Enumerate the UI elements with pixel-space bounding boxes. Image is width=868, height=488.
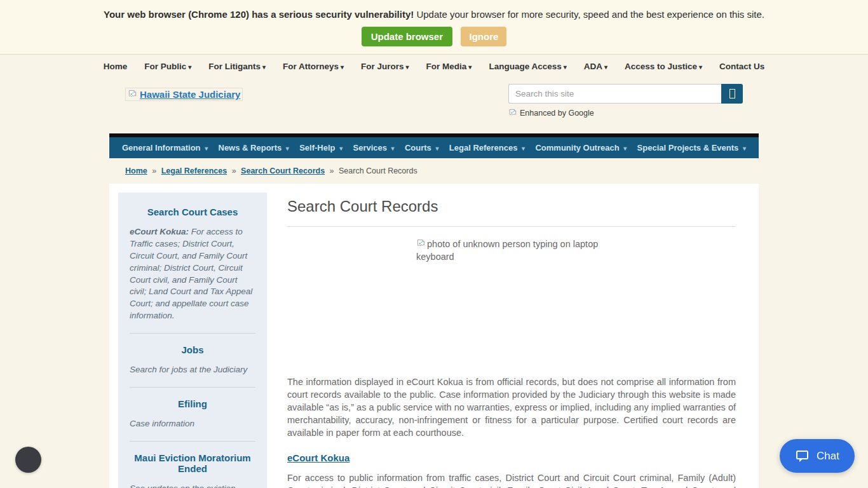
- utilnav-contact-us[interactable]: Contact Us: [719, 62, 764, 71]
- sidebar-text: Search for jobs at the Judiciary: [130, 364, 255, 376]
- sidebar-text: See updates on the eviction moratorium o…: [130, 483, 255, 488]
- utilnav-for-media[interactable]: For Media▾: [426, 62, 472, 71]
- mainnav-self-help[interactable]: Self-Help ▾: [299, 143, 342, 152]
- banner-message: Your web browser (Chrome 120) has a seri…: [0, 9, 868, 20]
- chevron-down-icon: ▾: [188, 64, 191, 71]
- breadcrumb-legal-references[interactable]: Legal References: [161, 166, 227, 175]
- mainnav-general-information[interactable]: General Information ▾: [122, 143, 208, 152]
- chevron-down-icon: ▾: [699, 64, 702, 71]
- breadcrumb-home[interactable]: Home: [125, 166, 147, 175]
- chevron-down-icon: ▾: [262, 64, 266, 71]
- chevron-down-icon: ▾: [743, 145, 746, 152]
- site-logo-alt-text: Hawaii State Judiciary: [140, 89, 240, 100]
- breadcrumb-separator: »: [330, 166, 334, 175]
- mainnav-special-projects[interactable]: Special Projects & Events ▾: [637, 143, 746, 152]
- main-nav: General Information ▾ News & Reports ▾ S…: [109, 137, 759, 158]
- utilnav-for-public[interactable]: For Public▾: [144, 62, 191, 71]
- sidebar-section-search-court-cases: Search Court Cases eCourt Kokua: For acc…: [130, 207, 255, 322]
- site-header: Hawaii State Judiciary Enhanced by Googl…: [109, 71, 759, 125]
- breadcrumb: Home » Legal References » Search Court R…: [109, 158, 759, 181]
- chevron-down-icon: ▾: [205, 145, 208, 152]
- chevron-down-icon: ▾: [391, 145, 395, 152]
- paragraph-access-info: For access to public information from tr…: [287, 471, 736, 488]
- sidebar-divider: [130, 333, 255, 334]
- breadcrumb-separator: »: [232, 166, 236, 175]
- banner-message-bold: Your web browser (Chrome 120) has a seri…: [104, 9, 414, 20]
- broken-image-icon: [508, 109, 517, 118]
- utility-nav: Home For Public▾ For Litigants▾ For Atto…: [109, 62, 759, 71]
- breadcrumb-current: Search Court Records: [339, 166, 417, 175]
- mainnav-courts[interactable]: Courts ▾: [405, 143, 439, 152]
- enhanced-by-google-alt-text: Enhanced by Google: [520, 109, 594, 118]
- sidebar-text: eCourt Kokua: For access to Traffic case…: [130, 226, 255, 322]
- sidebar-heading-efiling[interactable]: Efiling: [130, 398, 255, 409]
- ecourt-kokua-link[interactable]: eCourt Kokua: [287, 452, 349, 463]
- paragraph-disclaimer: The information displayed in eCourt Koku…: [287, 376, 736, 439]
- utilnav-for-litigants[interactable]: For Litigants▾: [208, 62, 266, 71]
- search-input[interactable]: [508, 84, 721, 104]
- sidebar-heading-search-court-cases[interactable]: Search Court Cases: [130, 207, 255, 217]
- utilnav-access-to-justice[interactable]: Access to Justice▾: [625, 62, 702, 71]
- banner-message-rest: Update your browser for more security, s…: [414, 9, 764, 20]
- mainnav-legal-references[interactable]: Legal References ▾: [449, 143, 525, 152]
- sidebar: Search Court Cases eCourt Kokua: For acc…: [118, 193, 267, 488]
- sidebar-text-lead: eCourt Kokua:: [130, 227, 189, 236]
- enhanced-by-google: Enhanced by Google: [508, 109, 594, 118]
- chevron-down-icon: ▾: [341, 64, 344, 71]
- search-icon: [729, 89, 735, 98]
- chevron-down-icon: ▾: [564, 64, 567, 71]
- chevron-down-icon: ▾: [468, 64, 471, 71]
- chevron-down-icon: ▾: [435, 145, 438, 152]
- sidebar-heading-maui-eviction[interactable]: Maui Eviction Moratorium Ended: [130, 452, 255, 474]
- main-content: Search Court Records photo of unknown pe…: [267, 193, 750, 488]
- utilnav-home[interactable]: Home: [104, 62, 128, 71]
- sidebar-divider: [130, 441, 255, 442]
- content-container: Search Court Cases eCourt Kokua: For acc…: [109, 184, 759, 488]
- update-browser-button[interactable]: Update browser: [362, 27, 452, 46]
- browser-warning-banner: Your web browser (Chrome 120) has a seri…: [0, 0, 868, 55]
- accessibility-widget-button[interactable]: [15, 447, 41, 473]
- sidebar-section-maui-eviction: Maui Eviction Moratorium Ended See updat…: [130, 452, 255, 488]
- main-nav-wrap: General Information ▾ News & Reports ▾ S…: [109, 133, 759, 158]
- broken-photo-placeholder: photo of unknown person typing on laptop…: [416, 238, 607, 369]
- utilnav-for-attorneys[interactable]: For Attorneys▾: [283, 62, 344, 71]
- title-divider: [287, 226, 736, 227]
- mainnav-services[interactable]: Services ▾: [353, 143, 394, 152]
- mainnav-community-outreach[interactable]: Community Outreach ▾: [535, 143, 627, 152]
- breadcrumb-separator: »: [152, 166, 156, 175]
- chevron-down-icon: ▾: [339, 145, 342, 152]
- page-title: Search Court Records: [287, 198, 736, 215]
- broken-image-icon: [128, 90, 137, 99]
- chevron-down-icon: ▾: [286, 145, 289, 152]
- chat-bubble-icon: [795, 449, 810, 464]
- ignore-button[interactable]: Ignore: [461, 27, 506, 46]
- site-logo-link[interactable]: Hawaii State Judiciary: [125, 88, 243, 101]
- broken-image-icon: [416, 239, 426, 248]
- sidebar-heading-jobs[interactable]: Jobs: [130, 344, 255, 355]
- sidebar-text: Case information: [130, 418, 255, 430]
- utilnav-language-access[interactable]: Language Access▾: [489, 62, 566, 71]
- sidebar-section-jobs: Jobs Search for jobs at the Judiciary: [130, 344, 255, 376]
- chevron-down-icon: ▾: [406, 64, 409, 71]
- sidebar-divider: [130, 387, 255, 388]
- utilnav-for-jurors[interactable]: For Jurors▾: [361, 62, 409, 71]
- photo-alt-text: photo of unknown person typing on laptop…: [416, 239, 598, 262]
- chevron-down-icon: ▾: [604, 64, 607, 71]
- utilnav-ada[interactable]: ADA▾: [584, 62, 607, 71]
- chat-button[interactable]: Chat: [780, 439, 855, 473]
- chevron-down-icon: ▾: [522, 145, 525, 152]
- sidebar-section-efiling: Efiling Case information: [130, 398, 255, 430]
- search-button[interactable]: [721, 84, 743, 104]
- site-search: Enhanced by Google: [508, 84, 743, 118]
- mainnav-news-reports[interactable]: News & Reports ▾: [219, 143, 289, 152]
- chat-button-label: Chat: [817, 450, 839, 463]
- breadcrumb-search-court-records[interactable]: Search Court Records: [241, 166, 325, 175]
- chevron-down-icon: ▾: [623, 145, 627, 152]
